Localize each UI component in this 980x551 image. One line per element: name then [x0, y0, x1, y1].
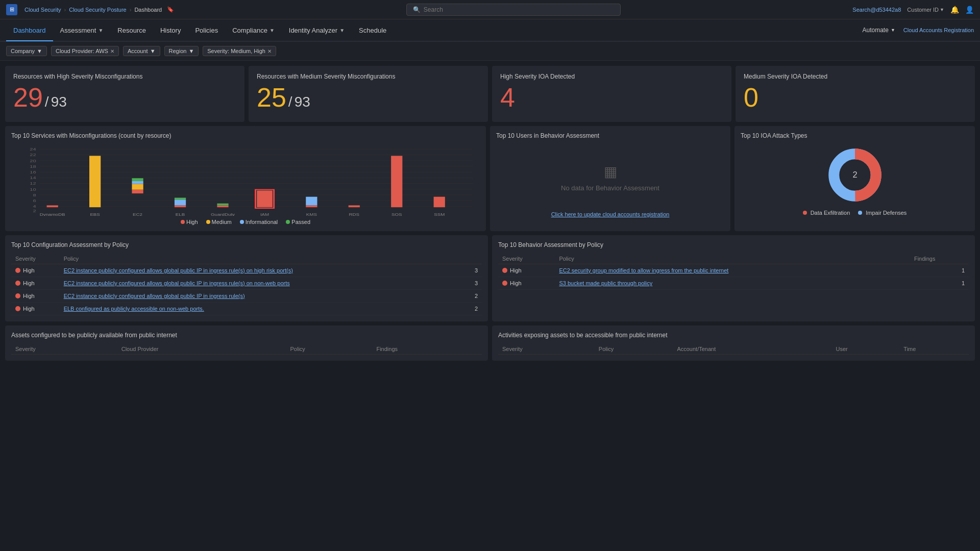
svg-text:6: 6 — [33, 198, 36, 203]
charts-row: Top 10 Services with Misconfigurations (… — [5, 126, 975, 231]
col-findings — [462, 254, 482, 264]
nav-identity-analyzer-label: Identity Analyzer — [289, 27, 337, 34]
svg-text:2: 2 — [852, 170, 857, 179]
svg-text:14: 14 — [30, 176, 36, 180]
policy-link[interactable]: S3 bucket made public through policy — [559, 280, 652, 286]
automate-chevron: ▼ — [891, 28, 895, 33]
filter-account[interactable]: Account ▼ — [123, 46, 160, 56]
bar-chart-title: Top 10 Services with Misconfigurations (… — [11, 132, 480, 139]
config-policy-table: Severity Policy High EC2 instance public… — [11, 254, 482, 315]
findings-count: 3 — [462, 277, 482, 290]
nav-assessment[interactable]: Assessment ▼ — [53, 20, 111, 41]
stat-medium-misconfig: Resources with Medium Severity Misconfig… — [249, 66, 488, 122]
nav-schedule[interactable]: Schedule — [352, 20, 394, 41]
stat-medium-slash: / — [288, 94, 292, 110]
svg-rect-32 — [175, 205, 186, 207]
cloud-provider-remove-icon[interactable]: ✕ — [110, 48, 114, 54]
policy-link[interactable]: EC2 instance publicly configured allows … — [64, 280, 290, 286]
search-box[interactable]: 🔍 — [406, 4, 621, 16]
filter-company[interactable]: Company ▼ — [6, 46, 47, 56]
svg-text:18: 18 — [30, 164, 36, 169]
nav-history[interactable]: History — [153, 20, 188, 41]
activities-table: Severity Policy Account/Tenant User Time — [498, 344, 969, 355]
policy-link[interactable]: EC2 instance publicly configured allows … — [64, 267, 293, 273]
svg-rect-28 — [132, 184, 143, 189]
bookmark-icon[interactable]: 🔖 — [167, 6, 174, 13]
company-chevron: ▼ — [37, 48, 42, 54]
svg-text:10: 10 — [30, 187, 36, 191]
notifications-icon[interactable]: 🔔 — [950, 6, 959, 14]
stat-high-misconfig-value: 29 — [13, 84, 43, 111]
user-email[interactable]: Search@d53442a8 — [852, 7, 901, 13]
nav-history-label: History — [160, 27, 181, 34]
svg-rect-45 — [349, 205, 360, 207]
stat-medium-ioa-title: Medium Severity IOA Detected — [744, 73, 967, 80]
behavior-assessment-title: Top 10 Users in Behavior Assessment — [496, 132, 724, 139]
severity-dot — [15, 281, 20, 286]
nav-compliance[interactable]: Compliance ▼ — [225, 20, 282, 41]
severity-dot — [15, 306, 20, 311]
policy-link[interactable]: EC2 security group modified to allow ing… — [559, 267, 728, 273]
policy-link[interactable]: EC2 instance publicly configured allows … — [64, 293, 245, 299]
top-bar-right: Search@d53442a8 Customer ID ▼ 🔔 👤 — [852, 6, 974, 14]
svg-text:2: 2 — [33, 209, 36, 213]
main-content: Resources with High Severity Misconfigur… — [0, 61, 980, 366]
nav-dashboard[interactable]: Dashboard — [6, 20, 53, 41]
severity-label: High — [510, 280, 522, 286]
legend-data-exfiltration: Data Exfiltration — [803, 210, 850, 216]
stat-high-ioa-value: 4 — [500, 84, 515, 111]
svg-text:GuardDuty: GuardDuty — [211, 213, 235, 216]
table-row: High S3 bucket made public through polic… — [498, 277, 969, 290]
table-row: High EC2 instance publicly configured al… — [11, 290, 482, 303]
stat-high-total: 93 — [51, 94, 67, 110]
nav-identity-analyzer[interactable]: Identity Analyzer ▼ — [282, 20, 352, 41]
donut-svg: 2 — [822, 144, 888, 206]
data-exfiltration-label: Data Exfiltration — [811, 210, 850, 216]
severity-label: High — [23, 280, 35, 286]
policy-tables-row: Top 10 Configuration Assessment by Polic… — [5, 235, 975, 321]
config-policy-scroll[interactable]: Severity Policy High EC2 instance public… — [11, 254, 482, 315]
update-cloud-accounts-link[interactable]: Click here to update cloud accounts regi… — [551, 211, 670, 217]
severity-remove-icon[interactable]: ✕ — [267, 48, 272, 54]
config-assessment-title: Top 10 Configuration Assessment by Polic… — [11, 241, 482, 248]
svg-text:SQS: SQS — [391, 213, 402, 216]
breadcrumb-dashboard: Dashboard — [134, 7, 162, 13]
filter-severity[interactable]: Severity: Medium, High ✕ — [203, 46, 276, 56]
filter-cloud-provider[interactable]: Cloud Provider: AWS ✕ — [51, 46, 119, 56]
svg-text:16: 16 — [30, 170, 36, 174]
nav-schedule-label: Schedule — [359, 27, 386, 34]
assets-public-card: Assets configured to be publicly availab… — [5, 325, 488, 361]
col-severity: Severity — [11, 344, 117, 355]
findings-count: 1 — [910, 277, 969, 290]
col-severity: Severity — [11, 254, 60, 264]
search-input[interactable] — [424, 6, 614, 13]
breadcrumb-posture[interactable]: Cloud Security Posture — [69, 7, 127, 13]
nav-compliance-label: Compliance — [232, 27, 267, 34]
user-profile-icon[interactable]: 👤 — [965, 6, 974, 14]
nav-policies[interactable]: Policies — [188, 20, 225, 41]
top-bar: ⊞ Cloud Security › Cloud Security Postur… — [0, 0, 980, 19]
breadcrumb-cloud-security[interactable]: Cloud Security — [24, 7, 61, 13]
stat-medium-total: 93 — [295, 94, 310, 110]
severity-label: High — [23, 267, 35, 273]
cloud-accounts-registration[interactable]: Cloud Accounts Registration — [903, 27, 974, 33]
legend-passed: Passed — [286, 219, 310, 225]
behavior-assessment-card: Top 10 Users in Behavior Assessment ▦ No… — [490, 126, 730, 231]
automate-dropdown[interactable]: Automate ▼ — [863, 27, 895, 34]
col-policy: Policy — [595, 344, 673, 355]
svg-rect-25 — [89, 156, 101, 207]
col-findings: Findings — [910, 254, 969, 264]
breadcrumb-sep1: › — [64, 7, 66, 13]
nav-resource[interactable]: Resource — [110, 20, 153, 41]
nav-bar: Dashboard Assessment ▼ Resource History … — [0, 19, 980, 42]
customer-id-dropdown[interactable]: Customer ID ▼ — [907, 7, 944, 13]
col-cloud-provider: Cloud Provider — [117, 344, 286, 355]
legend-impair-defenses: Impair Defenses — [858, 210, 906, 216]
findings-count: 3 — [462, 264, 482, 277]
col-policy: Policy — [555, 254, 910, 264]
stat-medium-misconfig-title: Resources with Medium Severity Misconfig… — [257, 73, 480, 80]
policy-link[interactable]: ELB configured as publicly accessible on… — [64, 306, 204, 312]
donut-area: 2 Data Exfiltration Impair Defenses — [741, 144, 969, 216]
filter-region[interactable]: Region ▼ — [164, 46, 199, 56]
assets-public-title: Assets configured to be publicly availab… — [11, 332, 482, 339]
